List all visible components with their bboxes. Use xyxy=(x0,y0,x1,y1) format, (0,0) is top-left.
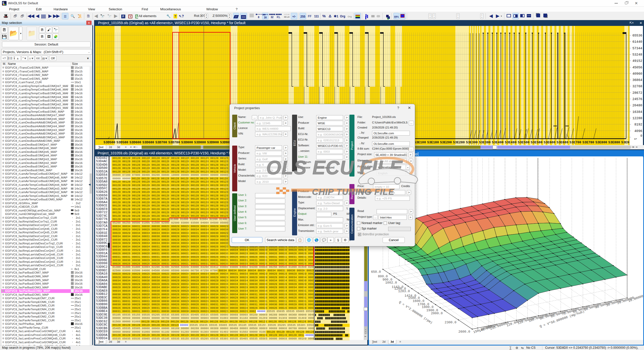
svg-text:1283.0: 1283.0 xyxy=(398,289,410,293)
svg-text:53E680: 53E680 xyxy=(556,141,568,144)
svg-text:53D680: 53D680 xyxy=(142,141,154,144)
svg-text:2300.0: 2300.0 xyxy=(445,321,457,324)
svg-text:53D500: 53D500 xyxy=(104,141,115,144)
svg-text:53E380: 53E380 xyxy=(479,141,491,144)
svg-text:53D780: 53D780 xyxy=(168,141,180,144)
svg-text:53E300: 53E300 xyxy=(466,141,478,144)
svg-text:53E800: 53E800 xyxy=(595,141,607,144)
svg-text:53D880: 53D880 xyxy=(194,141,206,144)
svg-text:53E500: 53E500 xyxy=(518,141,530,144)
svg-text:53E780: 53E780 xyxy=(582,141,594,144)
svg-text:53E880: 53E880 xyxy=(608,141,620,144)
svg-text:53E600: 53E600 xyxy=(544,141,555,144)
svg-text:1002.0: 1002.0 xyxy=(385,281,397,285)
svg-text:2600.0: 2600.0 xyxy=(458,330,470,334)
svg-text:53E400: 53E400 xyxy=(492,141,504,144)
svg-text:53D580: 53D580 xyxy=(116,141,128,144)
svg-text:53D900: 53D900 xyxy=(207,141,219,144)
svg-text:53E180: 53E180 xyxy=(427,141,439,144)
svg-text:650.0: 650.0 xyxy=(371,270,381,274)
svg-text:53E700: 53E700 xyxy=(570,141,581,144)
svg-text:53E580: 53E580 xyxy=(531,141,542,144)
svg-text:53D800: 53D800 xyxy=(181,141,193,144)
svg-text:2000.0: 2000.0 xyxy=(431,312,443,315)
svg-text:53E480: 53E480 xyxy=(505,141,517,144)
svg-text:53D600: 53D600 xyxy=(129,141,141,144)
svg-text:53E100: 53E100 xyxy=(414,141,426,144)
svg-text:53E900: 53E900 xyxy=(621,141,629,144)
svg-text:53E280: 53E280 xyxy=(453,141,465,144)
svg-text:53D700: 53D700 xyxy=(155,141,167,144)
svg-text:53E200: 53E200 xyxy=(440,141,452,144)
